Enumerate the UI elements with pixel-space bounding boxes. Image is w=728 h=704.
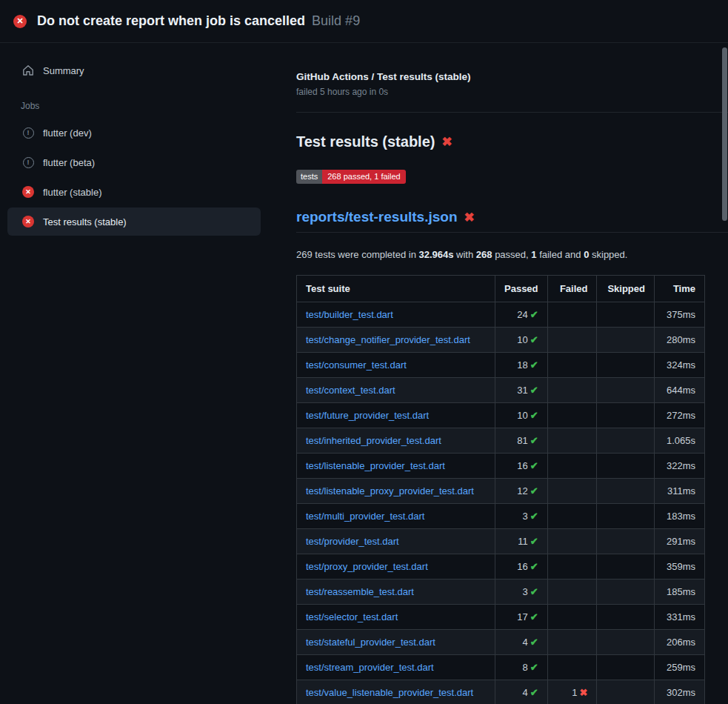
time-cell: 185ms: [654, 580, 704, 605]
results-table-body: test/builder_test.dart 24✔ 375ms test/ch…: [297, 302, 705, 704]
time-cell: 375ms: [654, 302, 704, 328]
passed-cell: 24✔: [495, 302, 548, 328]
summary-text: with: [453, 249, 475, 260]
suite-cell: test/value_listenable_provider_test.dart: [297, 680, 495, 704]
failed-cross-icon: ✖: [464, 210, 475, 225]
check-icon: ✔: [530, 334, 538, 345]
suite-cell: test/listenable_proxy_provider_test.dart: [297, 479, 495, 504]
scrollbar-thumb[interactable]: [722, 47, 727, 221]
test-suite-link[interactable]: test/inherited_provider_test.dart: [306, 435, 441, 446]
check-icon: ✔: [530, 561, 538, 572]
test-suite-link[interactable]: test/builder_test.dart: [306, 309, 393, 320]
time-cell: 322ms: [654, 454, 704, 479]
table-row: test/provider_test.dart 11✔ 291ms: [297, 529, 705, 554]
summary-duration: 32.964s: [418, 249, 453, 260]
table-row: test/proxy_provider_test.dart 16✔ 359ms: [297, 554, 705, 580]
time-cell: 302ms: [654, 680, 704, 704]
passed-count: 4: [522, 687, 527, 698]
table-row: test/consumer_test.dart 18✔ 324ms: [297, 353, 705, 378]
test-suite-link[interactable]: test/listenable_provider_test.dart: [306, 460, 445, 471]
suite-cell: test/proxy_provider_test.dart: [297, 554, 495, 580]
suite-cell: test/stateful_provider_test.dart: [297, 630, 495, 655]
sidebar-item-test-results-stable[interactable]: ✕ Test results (stable): [7, 207, 261, 236]
skipped-cell: [597, 353, 655, 378]
test-suite-link[interactable]: test/change_notifier_provider_test.dart: [306, 334, 470, 345]
job-label: flutter (stable): [43, 187, 101, 198]
passed-cell: 11✔: [495, 529, 548, 554]
sidebar-item-summary[interactable]: Summary: [7, 56, 261, 84]
table-row: test/selector_test.dart 17✔ 331ms: [297, 605, 705, 630]
section-title: Test results (stable) ✖: [296, 133, 728, 150]
suite-cell: test/stream_provider_test.dart: [297, 655, 495, 680]
skipped-cell: [597, 630, 655, 655]
header: ✕ Do not create report when job is cance…: [0, 0, 728, 43]
suite-cell: test/provider_test.dart: [297, 529, 495, 554]
table-row: test/multi_provider_test.dart 3✔ 183ms: [297, 504, 705, 529]
skipped-cell: [597, 554, 655, 580]
test-suite-link[interactable]: test/stream_provider_test.dart: [306, 662, 434, 673]
results-table: Test suite Passed Failed Skipped Time te…: [296, 275, 705, 704]
test-suite-link[interactable]: test/stateful_provider_test.dart: [306, 637, 435, 648]
skipped-cell: [597, 504, 655, 529]
failed-cell: 1✖: [547, 680, 597, 704]
report-file-link[interactable]: reports/test-results.json: [296, 209, 458, 225]
check-icon: ✔: [530, 410, 538, 421]
passed-cell: 4✔: [495, 630, 548, 655]
passed-cell: 10✔: [495, 328, 548, 353]
skipped-cell: [597, 428, 655, 454]
divider: [296, 112, 728, 113]
badge-value: 268 passed, 1 failed: [322, 170, 405, 184]
passed-count: 8: [522, 662, 527, 673]
time-cell: 311ms: [654, 479, 704, 504]
column-header-skipped: Skipped: [597, 276, 655, 302]
failed-x-circle-icon: ✕: [22, 216, 34, 228]
failed-cell: [547, 428, 597, 454]
time-cell: 206ms: [654, 630, 704, 655]
skipped-cell: [597, 680, 655, 704]
table-row: test/change_notifier_provider_test.dart …: [297, 328, 705, 353]
passed-count: 17: [517, 611, 527, 622]
failed-cell: [547, 655, 597, 680]
test-suite-link[interactable]: test/provider_test.dart: [306, 536, 399, 547]
tests-badge: tests 268 passed, 1 failed: [296, 170, 406, 184]
sidebar-item-label: Summary: [43, 65, 84, 76]
suite-cell: test/future_provider_test.dart: [297, 403, 495, 428]
page-title: Do not create report when job is cancell…: [37, 13, 305, 29]
sidebar-item-flutter-beta[interactable]: ! flutter (beta): [7, 148, 261, 176]
test-suite-link[interactable]: test/multi_provider_test.dart: [306, 511, 424, 522]
build-number: Build #9: [312, 13, 360, 29]
test-suite-link[interactable]: test/future_provider_test.dart: [306, 410, 429, 421]
table-row: test/stream_provider_test.dart 8✔ 259ms: [297, 655, 705, 680]
test-suite-link[interactable]: test/value_listenable_provider_test.dart: [306, 687, 473, 698]
table-row: test/stateful_provider_test.dart 4✔ 206m…: [297, 630, 705, 655]
suite-cell: test/inherited_provider_test.dart: [297, 428, 495, 454]
column-header-failed: Failed: [547, 276, 597, 302]
suite-cell: test/context_test.dart: [297, 378, 495, 403]
time-cell: 259ms: [654, 655, 704, 680]
check-icon: ✔: [530, 687, 538, 698]
test-suite-link[interactable]: test/proxy_provider_test.dart: [306, 561, 428, 572]
exclaim-circle-icon: !: [23, 127, 34, 139]
failed-cell: [547, 554, 597, 580]
failed-x-circle-icon: ✕: [13, 15, 27, 28]
skipped-cell: [597, 529, 655, 554]
test-suite-link[interactable]: test/reassemble_test.dart: [306, 586, 414, 597]
sidebar-item-flutter-stable[interactable]: ✕ flutter (stable): [7, 178, 261, 206]
passed-count: 10: [517, 334, 527, 345]
test-suite-link[interactable]: test/selector_test.dart: [306, 611, 398, 622]
x-icon: ✖: [580, 687, 588, 698]
test-suite-link[interactable]: test/consumer_test.dart: [306, 359, 407, 371]
time-cell: 331ms: [654, 605, 704, 630]
time-cell: 280ms: [654, 328, 704, 353]
suite-cell: test/selector_test.dart: [297, 605, 495, 630]
skipped-cell: [597, 403, 655, 428]
sidebar-item-flutter-dev[interactable]: ! flutter (dev): [7, 119, 261, 147]
test-suite-link[interactable]: test/listenable_proxy_provider_test.dart: [306, 485, 474, 497]
table-row: test/future_provider_test.dart 10✔ 272ms: [297, 403, 705, 428]
test-suite-link[interactable]: test/context_test.dart: [306, 385, 395, 396]
failed-cell: [547, 529, 597, 554]
table-row: test/builder_test.dart 24✔ 375ms: [297, 302, 705, 328]
check-icon: ✔: [530, 435, 538, 446]
section-title-text: Test results (stable): [296, 133, 435, 150]
neutral-status-icon: !: [22, 156, 34, 168]
